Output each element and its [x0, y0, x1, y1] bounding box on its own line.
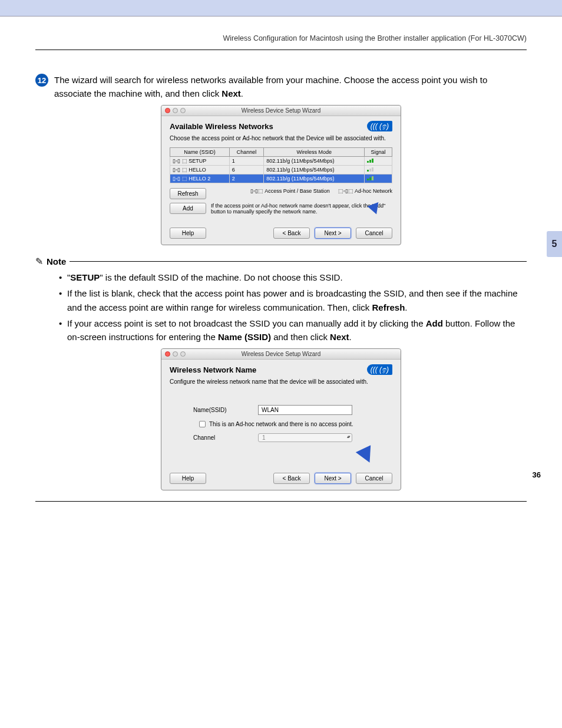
- adhoc-label: This is an Ad-hoc network and there is n…: [209, 421, 353, 427]
- list-item: If your access point is set to not broad…: [59, 317, 527, 344]
- top-banner: [0, 0, 562, 17]
- page-header: Wireless Configuration for Macintosh usi…: [35, 34, 527, 50]
- add-hint: If the access point or Ad-hoc network na…: [211, 203, 392, 215]
- list-item: If the list is blank, check that the acc…: [59, 286, 527, 314]
- col-ssid: Name (SSID): [170, 148, 230, 157]
- page-content: Wireless Configuration for Macintosh usi…: [0, 17, 562, 502]
- col-channel: Channel: [229, 148, 264, 157]
- dialog-heading: Available Wireless Networks: [170, 122, 273, 131]
- step-text-pre: The wizard will search for wireless netw…: [54, 75, 487, 98]
- help-button[interactable]: Help: [170, 473, 206, 484]
- cancel-button[interactable]: Cancel: [356, 473, 392, 484]
- checkbox-icon[interactable]: [199, 421, 206, 427]
- signal-icon: [367, 176, 373, 180]
- pencil-icon: ✎: [35, 256, 43, 267]
- note-list: "SETUP" is the default SSID of the machi…: [35, 271, 527, 344]
- back-button[interactable]: < Back: [273, 473, 310, 484]
- table-row-selected[interactable]: ▯◦▯ ⬚ HELLO 2 2 802.11b/g (11Mbps/54Mbps…: [170, 174, 392, 183]
- back-button[interactable]: < Back: [273, 228, 310, 239]
- wifi-logo-icon: ((( (ඉ): [367, 364, 392, 375]
- channel-label: Channel: [193, 434, 258, 441]
- step-12: 12 The wizard will search for wireless n…: [35, 74, 527, 100]
- col-mode: Wireless Mode: [264, 148, 365, 157]
- channel-select[interactable]: 1: [258, 433, 352, 442]
- dialog-titlebar: Wireless Device Setup Wizard: [161, 349, 401, 360]
- cancel-button[interactable]: Cancel: [356, 228, 392, 239]
- note-label: Note: [47, 256, 66, 266]
- page-number: 36: [533, 470, 541, 479]
- step-text: The wizard will search for wireless netw…: [54, 74, 527, 100]
- signal-icon: [367, 158, 373, 163]
- arrow-icon: [356, 446, 377, 466]
- signal-icon: [367, 167, 373, 172]
- dialog-title: Wireless Device Setup Wizard: [161, 107, 401, 114]
- dialog-heading: Wireless Network Name: [170, 365, 256, 374]
- next-button[interactable]: Next >: [315, 228, 351, 239]
- dialog-title: Wireless Device Setup Wizard: [161, 351, 401, 357]
- step-text-post: .: [241, 88, 243, 98]
- available-networks-dialog: Wireless Device Setup Wizard Available W…: [161, 105, 401, 245]
- dialog-subtitle: Configure the wireless network name that…: [170, 378, 392, 385]
- help-button[interactable]: Help: [170, 228, 206, 239]
- dialog-subtitle: Choose the access point or Ad-hoc networ…: [170, 135, 392, 141]
- table-row[interactable]: ▯◦▯ ⬚ SETUP 1 802.11b/g (11Mbps/54Mbps): [170, 157, 392, 166]
- adhoc-checkbox-row[interactable]: This is an Ad-hoc network and there is n…: [199, 421, 392, 427]
- refresh-button[interactable]: Refresh: [170, 188, 206, 199]
- list-item: "SETUP" is the default SSID of the machi…: [59, 271, 527, 284]
- chapter-tab: 5: [547, 231, 562, 257]
- step-text-next: Next: [222, 88, 241, 98]
- networks-table[interactable]: Name (SSID) Channel Wireless Mode Signal…: [170, 147, 392, 183]
- table-row[interactable]: ▯◦▯ ⬚ HELLO 6 802.11b/g (11Mbps/54Mbps): [170, 166, 392, 174]
- note-end-rule: [35, 501, 527, 502]
- col-signal: Signal: [365, 148, 392, 157]
- ssid-row: Name(SSID): [193, 405, 392, 415]
- step-number-badge: 12: [35, 74, 48, 87]
- ssid-input[interactable]: [258, 405, 352, 415]
- network-name-dialog: Wireless Device Setup Wizard Wireless Ne…: [161, 348, 401, 490]
- dialog-titlebar: Wireless Device Setup Wizard: [161, 106, 401, 116]
- next-button[interactable]: Next >: [315, 473, 351, 484]
- add-button[interactable]: Add: [170, 203, 206, 214]
- ssid-label: Name(SSID): [193, 407, 258, 413]
- note-heading: ✎ Note: [35, 256, 527, 267]
- channel-row: Channel 1: [193, 433, 392, 442]
- wifi-logo-icon: ((( (ඉ): [367, 121, 392, 131]
- legend: ▯◦▯⬚ Access Point / Base Station ⬚◦▯⬚ Ad…: [250, 188, 392, 194]
